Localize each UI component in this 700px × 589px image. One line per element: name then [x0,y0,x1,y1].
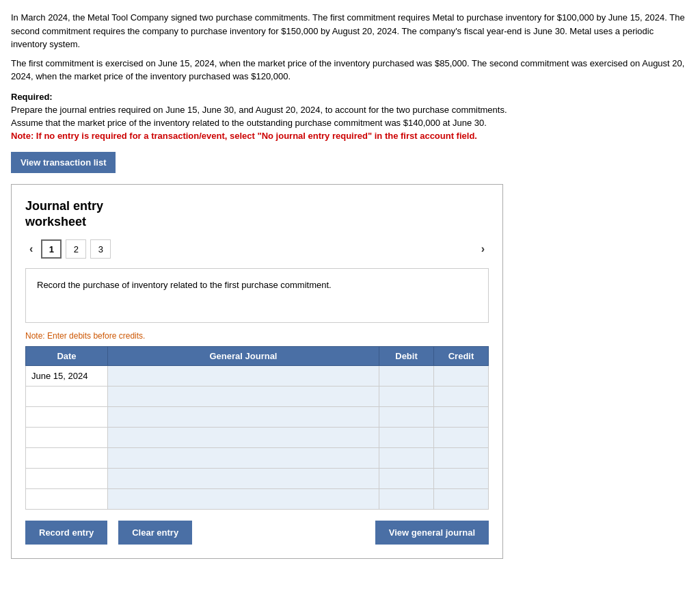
journal-entry-worksheet: Journal entry worksheet ‹ 1 2 3 › Record… [11,184,503,560]
credit-input-4[interactable] [434,448,488,468]
general-journal-input-0[interactable] [108,366,379,386]
table-row-credit-5[interactable] [434,469,489,489]
table-row-debit-0[interactable] [379,366,434,387]
debit-input-4[interactable] [379,448,433,468]
table-row-debit-5[interactable] [379,469,434,489]
note-debits: Note: Enter debits before credits. [25,331,489,341]
journal-table: Date General Journal Debit Credit June 1… [25,346,489,510]
debit-input-1[interactable] [379,387,433,406]
credit-input-6[interactable] [434,489,488,509]
page-num-2[interactable]: 2 [66,239,86,259]
record-entry-button[interactable]: Record entry [25,521,107,545]
table-row-credit-2[interactable] [434,407,489,428]
table-row-general-journal-3[interactable] [108,428,379,448]
col-header-credit: Credit [434,347,489,366]
transaction-description-text: Record the purchase of inventory related… [37,280,332,290]
debit-input-6[interactable] [379,489,433,509]
required-text-1: Prepare the journal entries required on … [11,105,689,115]
debit-input-0[interactable] [379,366,433,386]
view-transaction-list-button[interactable]: View transaction list [11,152,116,173]
table-row-date-6 [26,489,108,510]
table-row-credit-6[interactable] [434,489,489,510]
table-row-date-5 [26,469,108,489]
worksheet-title: Journal entry worksheet [25,198,489,231]
table-row-debit-2[interactable] [379,407,434,428]
credit-input-0[interactable] [434,366,488,386]
credit-input-5[interactable] [434,469,488,488]
required-note-red: Note: If no entry is required for a tran… [11,131,689,141]
table-row-credit-3[interactable] [434,428,489,448]
general-journal-input-6[interactable] [108,489,379,509]
general-journal-input-2[interactable] [108,407,379,427]
table-row-general-journal-1[interactable] [108,387,379,407]
table-row-credit-0[interactable] [434,366,489,387]
general-journal-input-1[interactable] [108,387,379,406]
page-num-3[interactable]: 3 [90,239,111,259]
required-section: Required: Prepare the journal entries re… [11,92,689,141]
required-text-2: Assume that the market price of the inve… [11,118,689,128]
credit-input-3[interactable] [434,428,488,447]
debit-input-2[interactable] [379,407,433,427]
intro-section: In March 2024, the Metal Tool Company si… [11,11,689,83]
clear-entry-button[interactable]: Clear entry [118,521,192,545]
required-label: Required: [11,92,689,102]
col-header-debit: Debit [379,347,434,366]
general-journal-input-5[interactable] [108,469,379,488]
table-row-credit-1[interactable] [434,387,489,407]
pagination-prev-button[interactable]: ‹ [25,241,37,257]
pagination-row: ‹ 1 2 3 › [25,239,489,259]
table-row-general-journal-2[interactable] [108,407,379,428]
table-row-date-0: June 15, 2024 [26,366,108,387]
table-row-debit-6[interactable] [379,489,434,510]
view-general-journal-button[interactable]: View general journal [375,521,489,545]
pagination-next-button[interactable]: › [477,241,489,257]
bottom-buttons-row: Record entry Clear entry View general jo… [25,521,489,545]
table-row-debit-3[interactable] [379,428,434,448]
table-row-general-journal-0[interactable] [108,366,379,387]
table-row-date-3 [26,428,108,448]
table-row-general-journal-5[interactable] [108,469,379,489]
table-row-date-4 [26,448,108,469]
credit-input-1[interactable] [434,387,488,406]
table-row-general-journal-4[interactable] [108,448,379,469]
table-row-general-journal-6[interactable] [108,489,379,510]
debit-input-3[interactable] [379,428,433,447]
intro-paragraph-2: The first commitment is exercised on Jun… [11,57,689,83]
table-row-date-2 [26,407,108,428]
table-row-credit-4[interactable] [434,448,489,469]
table-row-debit-4[interactable] [379,448,434,469]
col-header-date: Date [26,347,108,366]
table-row-date-1 [26,387,108,407]
credit-input-2[interactable] [434,407,488,427]
col-header-general-journal: General Journal [108,347,379,366]
page-num-1[interactable]: 1 [41,239,62,259]
intro-paragraph-1: In March 2024, the Metal Tool Company si… [11,11,689,51]
transaction-description-box: Record the purchase of inventory related… [25,268,489,323]
debit-input-5[interactable] [379,469,433,488]
general-journal-input-3[interactable] [108,428,379,447]
general-journal-input-4[interactable] [108,448,379,468]
table-row-debit-1[interactable] [379,387,434,407]
